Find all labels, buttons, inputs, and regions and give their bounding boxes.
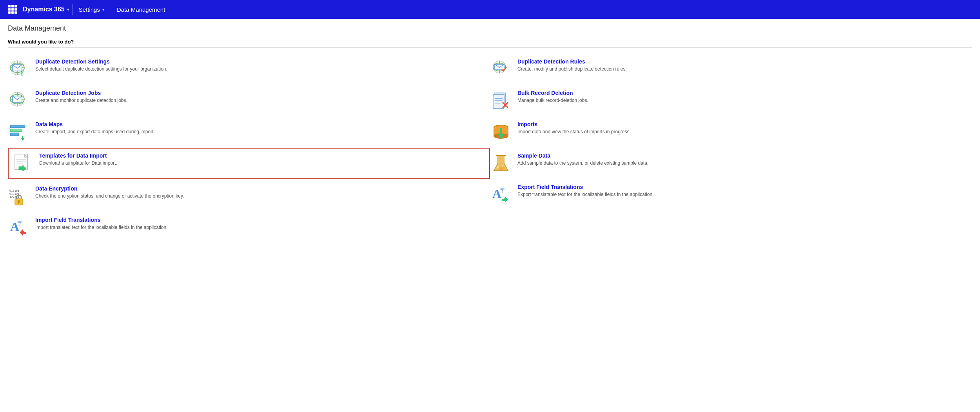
item-bulk-record-deletion[interactable]: Bulk Record Deletion Manage bulk record-…	[490, 85, 972, 116]
sample-data-icon	[490, 152, 512, 174]
item-data-maps[interactable]: Data Maps Create, import, and export dat…	[8, 116, 490, 148]
data-maps-text: Data Maps Create, import, and export dat…	[35, 121, 486, 135]
item-data-encryption[interactable]: 010101 010101 122331 Data Encryption Che…	[8, 181, 490, 212]
waffle-button[interactable]	[4, 1, 21, 18]
svg-rect-17	[10, 133, 19, 136]
sample-data-text: Sample Data Add sample data to the syste…	[517, 152, 968, 167]
bulk-delete-icon	[490, 90, 512, 112]
dup-jobs-text: Duplicate Detection Jobs Create and moni…	[35, 90, 486, 104]
dup-jobs-title: Duplicate Detection Jobs	[35, 90, 486, 96]
items-grid: Duplicate Detection Settings Select defa…	[8, 54, 972, 243]
data-maps-title: Data Maps	[35, 121, 486, 127]
export-translations-text: Export Field Translations Export transla…	[517, 184, 968, 198]
app-name-label: Dynamics 365	[23, 6, 65, 13]
data-encryption-icon: 010101 010101 122331	[8, 185, 30, 207]
imports-desc: Import data and view the status of impor…	[517, 129, 968, 135]
dup-settings-desc: Select default duplicate detection setti…	[35, 66, 486, 73]
sample-data-desc: Add sample data to the system, or delete…	[517, 160, 968, 167]
svg-text:122331: 122331	[9, 196, 19, 199]
item-templates-for-data-import[interactable]: Templates for Data Import Download a tem…	[8, 148, 490, 179]
svg-text:010101: 010101	[9, 189, 19, 192]
settings-nav[interactable]: Settings ▾	[73, 0, 111, 19]
svg-text:字: 字	[17, 221, 23, 227]
dup-settings-icon	[8, 58, 30, 80]
dup-rules-desc: Create, modify and publish duplicate det…	[517, 66, 968, 73]
data-encryption-text: Data Encryption Check the encryption sta…	[35, 185, 486, 200]
svg-point-58	[502, 165, 503, 167]
bulk-delete-text: Bulk Record Deletion Manage bulk record-…	[517, 90, 968, 104]
item-duplicate-detection-jobs[interactable]: Duplicate Detection Jobs Create and moni…	[8, 85, 490, 116]
dup-rules-title: Duplicate Detection Rules	[517, 58, 968, 65]
svg-rect-54	[500, 128, 502, 134]
item-imports[interactable]: Imports Import data and view the status …	[490, 116, 972, 148]
app-name[interactable]: Dynamics 365 ▾	[21, 0, 72, 19]
templates-desc: Download a template for Data import.	[39, 160, 485, 167]
svg-rect-15	[10, 129, 22, 132]
templates-text: Templates for Data Import Download a tem…	[39, 152, 485, 167]
data-maps-icon	[8, 121, 30, 143]
imports-icon	[490, 121, 512, 143]
svg-point-57	[497, 166, 499, 169]
dup-jobs-icon	[8, 90, 30, 112]
data-maps-desc: Create, import, and export data maps use…	[35, 129, 486, 135]
export-translations-icon: A 字	[490, 184, 512, 206]
item-duplicate-detection-settings[interactable]: Duplicate Detection Settings Select defa…	[8, 54, 490, 85]
export-translations-title: Export Field Translations	[517, 184, 968, 190]
dup-rules-text: Duplicate Detection Rules Create, modify…	[517, 58, 968, 73]
item-sample-data[interactable]: Sample Data Add sample data to the syste…	[490, 148, 972, 179]
imports-title: Imports	[517, 121, 968, 127]
svg-text:字: 字	[499, 188, 505, 194]
nav-breadcrumb: Data Management	[111, 0, 171, 19]
dup-rules-icon	[490, 58, 512, 80]
bulk-delete-title: Bulk Record Deletion	[517, 90, 968, 96]
settings-label: Settings	[79, 6, 100, 13]
svg-marker-20	[21, 138, 24, 141]
import-translations-title: Import Field Translations	[35, 217, 486, 223]
sample-data-title: Sample Data	[517, 152, 968, 159]
import-translations-icon: A 字	[8, 217, 30, 239]
import-translations-desc: Import translated text for the localizab…	[35, 224, 486, 231]
dup-jobs-desc: Create and monitor duplicate detection j…	[35, 97, 486, 104]
templates-icon	[12, 152, 34, 174]
svg-rect-13	[10, 125, 25, 128]
left-column: Duplicate Detection Settings Select defa…	[8, 54, 490, 243]
item-import-field-translations[interactable]: A 字 Import Field Translations Import tra…	[8, 212, 490, 243]
page-title: Data Management	[0, 19, 980, 35]
imports-text: Imports Import data and view the status …	[517, 121, 968, 135]
dup-settings-text: Duplicate Detection Settings Select defa…	[35, 58, 486, 73]
waffle-grid-icon	[8, 5, 17, 14]
right-column: Duplicate Detection Rules Create, modify…	[490, 54, 972, 243]
app-chevron-icon: ▾	[67, 7, 69, 12]
templates-title: Templates for Data Import	[39, 152, 485, 159]
data-encryption-desc: Check the encryption status, and change …	[35, 193, 486, 200]
export-translations-desc: Export translatable text for the localiz…	[517, 191, 968, 198]
item-export-field-translations[interactable]: A 字 Export Field Translations Export tra…	[490, 179, 972, 211]
bulk-delete-desc: Manage bulk record-deletion jobs.	[517, 97, 968, 104]
svg-rect-42	[493, 94, 504, 109]
settings-chevron-icon: ▾	[102, 7, 104, 12]
main-content: What would you like to do?	[0, 35, 980, 251]
breadcrumb-label: Data Management	[117, 6, 165, 13]
data-encryption-title: Data Encryption	[35, 185, 486, 192]
item-duplicate-detection-rules[interactable]: Duplicate Detection Rules Create, modify…	[490, 54, 972, 85]
dup-settings-title: Duplicate Detection Settings	[35, 58, 486, 65]
svg-marker-35	[20, 229, 26, 236]
svg-marker-61	[502, 196, 508, 203]
nav-bar: Dynamics 365 ▾ Settings ▾ Data Managemen…	[0, 0, 980, 19]
import-translations-text: Import Field Translations Import transla…	[35, 217, 486, 231]
section-heading: What would you like to do?	[8, 39, 972, 47]
